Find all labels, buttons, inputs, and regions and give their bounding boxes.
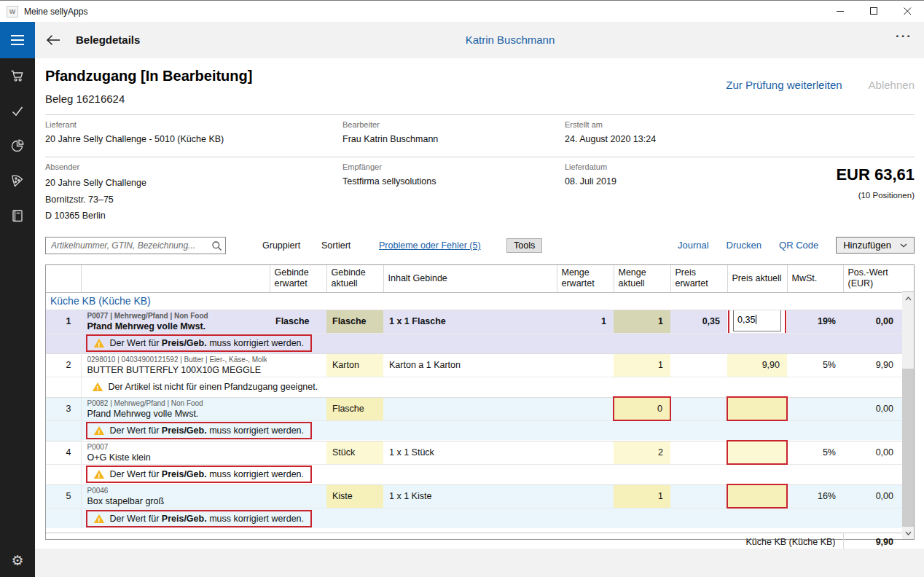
menge-aktuell-cell[interactable]: 2	[614, 441, 670, 464]
gebinde-aktuell-cell[interactable]: Flasche	[326, 310, 383, 333]
scroll-down-icon[interactable]	[902, 527, 914, 539]
current-user[interactable]: Katrin Buschmann	[466, 34, 555, 46]
titlebar: W Meine sellyApps	[0, 0, 924, 22]
menge-aktuell-cell[interactable]: 1	[614, 353, 670, 377]
svg-text:!: !	[98, 341, 100, 348]
gebinde-erwartet-cell	[270, 353, 326, 377]
col-gebinde-aktuell: Gebinde aktuell	[326, 265, 383, 292]
menge-aktuell-cell[interactable]: 1	[614, 484, 670, 508]
search-box[interactable]	[45, 237, 226, 254]
price-input[interactable]: 0,35	[733, 310, 781, 331]
mwst-cell: 19%	[787, 310, 843, 333]
row-number: 1	[46, 310, 81, 333]
window-title: Meine sellyApps	[24, 7, 87, 17]
table-row[interactable]: 2 0298010 | 04034900121592 | Butter | Ei…	[46, 353, 902, 377]
table-header-row: Gebinde erwartet Gebinde aktuell Inhalt …	[46, 265, 902, 292]
pos-wert-cell: 0,00	[843, 441, 902, 464]
gebinde-aktuell-cell[interactable]: Kiste	[326, 484, 383, 508]
position-count: (10 Positionen)	[836, 191, 915, 200]
document-total: EUR 63,61 (10 Positionen)	[836, 165, 915, 200]
table-row[interactable]: 4 P0007 O+G Kiste klein Stück 1 x 1 Stüc…	[46, 441, 902, 464]
forward-for-review-link[interactable]: Zur Prüfung weiterleiten	[726, 79, 842, 91]
problems-errors-link[interactable]: Probleme oder Fehler (5)	[379, 240, 481, 251]
menge-aktuell-cell[interactable]: 1	[614, 310, 670, 333]
pos-wert-cell: 9,90	[843, 353, 902, 377]
row-number: 2	[46, 353, 81, 377]
field-lieferdatum: Lieferdatum 08. Juli 2019	[565, 162, 616, 187]
gruppiert-toggle[interactable]: Gruppiert	[262, 240, 300, 251]
pos-wert-cell: 0,00	[843, 310, 902, 333]
table-row[interactable]: 3 P0082 | Mehrweg/Pfand | Non Food Pfand…	[46, 397, 902, 420]
warning-row: ! Der Wert für Preis/Geb. muss korrigier…	[46, 333, 902, 353]
table-row[interactable]: 5 P0046 Box stapelbar groß Kiste 1 x 1 K…	[46, 484, 902, 508]
tools-button[interactable]: Tools	[506, 238, 542, 253]
preis-aktuell-cell[interactable]	[727, 484, 787, 508]
sidebar-item-reports[interactable]	[0, 128, 35, 163]
warning-icon: !	[92, 382, 103, 392]
drucken-link[interactable]: Drucken	[727, 240, 761, 251]
row-number: 4	[46, 441, 81, 464]
sidebar-item-catalog[interactable]	[0, 198, 35, 233]
menge-erwartet-cell	[557, 397, 614, 420]
warning-box: ! Der Wert für Preis/Geb. muss korrigier…	[86, 510, 313, 527]
menge-aktuell-cell[interactable]: 0	[614, 397, 670, 420]
close-button[interactable]	[890, 1, 924, 22]
search-icon[interactable]	[208, 240, 225, 251]
preis-aktuell-cell[interactable]	[727, 397, 787, 420]
field-bearbeiter: Bearbeiter Frau Katrin Buschmann	[342, 120, 438, 144]
journal-link[interactable]: Journal	[678, 240, 709, 251]
pos-wert-cell: 0,00	[843, 484, 902, 508]
preis-aktuell-cell[interactable]	[727, 441, 787, 464]
article-cell[interactable]: P0046 Box stapelbar groß	[81, 484, 270, 508]
field-erstellt-am: Erstellt am 24. August 2020 13:24	[565, 120, 656, 144]
sidebar-item-food[interactable]	[0, 163, 35, 198]
footer-strip	[35, 549, 924, 577]
col-mwst: MwSt.	[787, 265, 843, 292]
settings-button[interactable]: ⚙	[0, 548, 35, 573]
app-header: Belegdetails Katrin Buschmann ···	[0, 22, 924, 58]
vertical-scrollbar[interactable]	[902, 292, 914, 539]
svg-text:!: !	[96, 384, 98, 391]
menge-erwartet-cell	[557, 484, 614, 508]
back-button[interactable]	[45, 31, 64, 49]
mwst-cell	[787, 397, 843, 420]
gebinde-aktuell-cell[interactable]: Flasche	[326, 397, 383, 420]
article-meta: P0046	[87, 487, 267, 495]
sortiert-toggle[interactable]: Sortiert	[321, 240, 351, 251]
sidebar-item-cart[interactable]	[0, 58, 35, 93]
app-window: W Meine sellyApps Belegdetails Katrin Bu…	[0, 0, 924, 577]
article-cell[interactable]: P0082 | Mehrweg/Pfand | Non Food Pfand M…	[81, 397, 270, 420]
scroll-up-icon[interactable]	[902, 292, 914, 305]
scrollbar-thumb[interactable]	[902, 369, 914, 527]
search-input[interactable]	[46, 240, 208, 251]
qr-code-link[interactable]: QR Code	[779, 240, 818, 251]
article-cell[interactable]: P0007 O+G Kiste klein	[81, 441, 270, 464]
gebinde-aktuell-cell[interactable]: Karton	[326, 353, 383, 377]
preis-aktuell-cell[interactable]: 9,90	[727, 353, 787, 377]
row-number: 3	[46, 397, 81, 420]
inhalt-cell: 1 x 1 Kiste	[383, 484, 557, 508]
article-cell[interactable]: P0077 | Mehrweg/Pfand | Non Food Pfand M…	[81, 310, 270, 333]
hinzufuegen-button[interactable]: Hinzufügen	[836, 237, 915, 254]
more-button[interactable]: ···	[896, 29, 912, 44]
mwst-cell: 16%	[787, 484, 843, 508]
sidebar-item-tasks[interactable]	[0, 93, 35, 128]
warning-icon: !	[93, 469, 105, 479]
warning-row: ! Der Wert für Preis/Geb. muss korrigier…	[46, 420, 902, 441]
table-toolbar: Gruppiert Sortiert Probleme oder Fehler …	[45, 237, 915, 256]
col-gebinde-erwartet: Gebinde erwartet	[270, 265, 326, 292]
maximize-button[interactable]	[857, 1, 890, 22]
minimize-button[interactable]	[823, 1, 857, 22]
reject-link[interactable]: Ablehnen	[869, 79, 915, 91]
col-inhalt-gebinde: Inhalt Gebinde	[383, 265, 557, 292]
gebinde-aktuell-cell[interactable]: Stück	[326, 441, 383, 464]
preis-aktuell-cell[interactable]: 0,35	[727, 310, 787, 333]
table-row[interactable]: 1 P0077 | Mehrweg/Pfand | Non Food Pfand…	[46, 310, 902, 333]
article-meta: P0082 | Mehrweg/Pfand | Non Food	[87, 399, 267, 407]
warning-icon: !	[93, 338, 105, 348]
article-cell[interactable]: 0298010 | 04034900121592 | Butter | Eier…	[81, 353, 270, 377]
inhalt-cell	[383, 397, 557, 420]
preis-erwartet-cell	[670, 441, 727, 464]
gebinde-erwartet-cell	[270, 441, 326, 464]
hamburger-menu-button[interactable]	[0, 22, 35, 58]
